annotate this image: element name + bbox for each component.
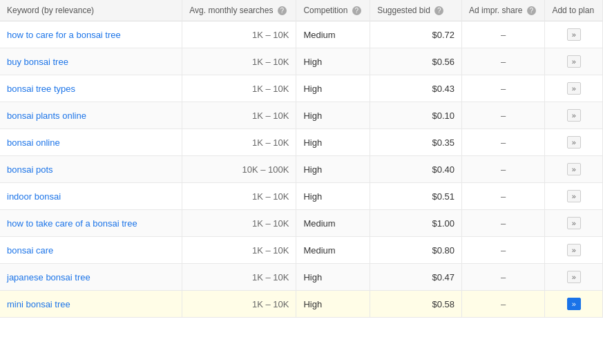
table-row: bonsai online1K – 10KHigh$0.35–» (0, 129, 603, 156)
adimpr-cell: – (462, 48, 545, 75)
competition-cell: Medium (296, 21, 370, 48)
competition-cell: High (296, 156, 370, 183)
add-plan-button[interactable]: » (567, 190, 581, 202)
col-bid: Suggested bid ? (370, 0, 462, 21)
bid-cell: $0.72 (370, 21, 462, 48)
adimpr-cell: – (462, 291, 545, 318)
competition-cell: High (296, 264, 370, 291)
addplan-cell[interactable]: » (545, 102, 603, 129)
addplan-cell[interactable]: » (545, 156, 603, 183)
competition-cell: Medium (296, 237, 370, 264)
searches-cell: 1K – 10K (182, 210, 296, 237)
bid-cell: $0.56 (370, 48, 462, 75)
addplan-cell[interactable]: » (545, 264, 603, 291)
keyword-cell[interactable]: bonsai tree types (0, 75, 182, 102)
bid-help-icon[interactable]: ? (434, 6, 443, 15)
competition-cell: High (296, 291, 370, 318)
adimpr-cell: – (462, 21, 545, 48)
bid-cell: $0.47 (370, 264, 462, 291)
keyword-cell[interactable]: how to care for a bonsai tree (0, 21, 182, 48)
bid-cell: $1.00 (370, 210, 462, 237)
addplan-cell[interactable]: » (545, 129, 603, 156)
table-row: bonsai plants online1K – 10KHigh$0.10–» (0, 102, 603, 129)
add-plan-button[interactable]: » (567, 271, 581, 283)
addplan-cell[interactable]: » (545, 237, 603, 264)
add-plan-button-active[interactable]: » (567, 298, 581, 310)
searches-cell: 1K – 10K (182, 291, 296, 318)
col-searches: Avg. monthly searches ? (182, 0, 296, 21)
addplan-cell[interactable]: » (545, 48, 603, 75)
keyword-cell[interactable]: bonsai plants online (0, 102, 182, 129)
table-row: japanese bonsai tree1K – 10KHigh$0.47–» (0, 264, 603, 291)
searches-cell: 1K – 10K (182, 21, 296, 48)
bid-cell: $0.10 (370, 102, 462, 129)
adimpr-cell: – (462, 183, 545, 210)
bid-cell: $0.80 (370, 237, 462, 264)
addplan-cell[interactable]: » (545, 75, 603, 102)
competition-cell: High (296, 48, 370, 75)
add-plan-button[interactable]: » (567, 55, 581, 68)
searches-cell: 1K – 10K (182, 48, 296, 75)
competition-cell: High (296, 183, 370, 210)
competition-cell: Medium (296, 210, 370, 237)
searches-help-icon[interactable]: ? (278, 6, 287, 15)
addplan-cell[interactable]: » (545, 210, 603, 237)
adimpr-cell: – (462, 210, 545, 237)
bid-cell: $0.43 (370, 75, 462, 102)
addplan-cell[interactable]: » (545, 291, 603, 318)
keyword-cell[interactable]: mini bonsai tree (0, 291, 182, 318)
add-plan-button[interactable]: » (567, 163, 581, 175)
competition-cell: High (296, 102, 370, 129)
adimpr-cell: – (462, 75, 545, 102)
table-row: how to take care of a bonsai tree1K – 10… (0, 210, 603, 237)
table-header: Keyword (by relevance) Avg. monthly sear… (0, 0, 603, 21)
adimpr-cell: – (462, 264, 545, 291)
addplan-cell[interactable]: » (545, 183, 603, 210)
searches-cell: 1K – 10K (182, 129, 296, 156)
adimpr-help-icon[interactable]: ? (527, 6, 536, 15)
table-row: bonsai tree types1K – 10KHigh$0.43–» (0, 75, 603, 102)
keyword-cell[interactable]: buy bonsai tree (0, 48, 182, 75)
table-row: buy bonsai tree1K – 10KHigh$0.56–» (0, 48, 603, 75)
bid-cell: $0.58 (370, 291, 462, 318)
competition-cell: High (296, 75, 370, 102)
col-addplan: Add to plan (545, 0, 603, 21)
keyword-cell[interactable]: bonsai online (0, 129, 182, 156)
searches-cell: 1K – 10K (182, 264, 296, 291)
add-plan-button[interactable]: » (567, 244, 581, 256)
table-row: how to care for a bonsai tree1K – 10KMed… (0, 21, 603, 48)
adimpr-cell: – (462, 129, 545, 156)
keyword-cell[interactable]: how to take care of a bonsai tree (0, 210, 182, 237)
col-adimpr: Ad impr. share ? (462, 0, 545, 21)
table-row: bonsai care1K – 10KMedium$0.80–» (0, 237, 603, 264)
searches-cell: 1K – 10K (182, 183, 296, 210)
keyword-cell[interactable]: indoor bonsai (0, 183, 182, 210)
bid-cell: $0.40 (370, 156, 462, 183)
table-body: how to care for a bonsai tree1K – 10KMed… (0, 21, 603, 318)
addplan-cell[interactable]: » (545, 21, 603, 48)
competition-cell: High (296, 129, 370, 156)
keyword-cell[interactable]: japanese bonsai tree (0, 264, 182, 291)
col-keyword: Keyword (by relevance) (0, 0, 182, 21)
add-plan-button[interactable]: » (567, 82, 581, 95)
add-plan-button[interactable]: » (567, 217, 581, 229)
searches-cell: 10K – 100K (182, 156, 296, 183)
bid-cell: $0.51 (370, 183, 462, 210)
add-plan-button[interactable]: » (567, 136, 581, 149)
adimpr-cell: – (462, 102, 545, 129)
col-competition: Competition ? (296, 0, 370, 21)
add-plan-button[interactable]: » (567, 28, 581, 41)
table-row: mini bonsai tree1K – 10KHigh$0.58–» (0, 291, 603, 318)
table-row: indoor bonsai1K – 10KHigh$0.51–» (0, 183, 603, 210)
competition-help-icon[interactable]: ? (352, 6, 361, 15)
keyword-table: Keyword (by relevance) Avg. monthly sear… (0, 0, 603, 318)
keyword-cell[interactable]: bonsai pots (0, 156, 182, 183)
searches-cell: 1K – 10K (182, 237, 296, 264)
bid-cell: $0.35 (370, 129, 462, 156)
add-plan-button[interactable]: » (567, 109, 581, 122)
searches-cell: 1K – 10K (182, 102, 296, 129)
adimpr-cell: – (462, 156, 545, 183)
adimpr-cell: – (462, 237, 545, 264)
searches-cell: 1K – 10K (182, 75, 296, 102)
keyword-cell[interactable]: bonsai care (0, 237, 182, 264)
